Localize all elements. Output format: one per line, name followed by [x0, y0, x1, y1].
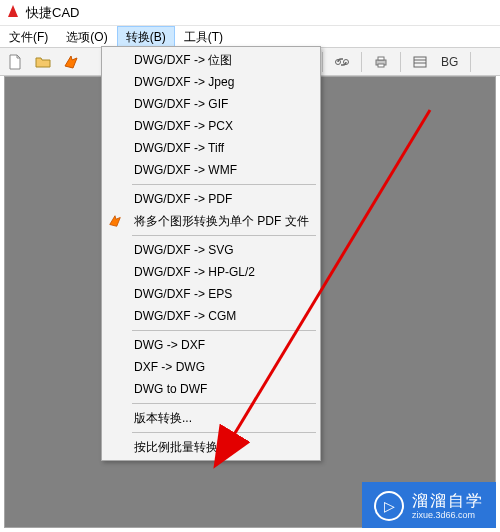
svg-rect-5 — [414, 57, 426, 67]
menu-convert[interactable]: 转换(B) — [117, 26, 175, 47]
menu-item-label: DWG/DXF -> SVG — [134, 243, 234, 257]
convert-icon[interactable] — [60, 51, 82, 73]
menu-item-label: DWG/DXF -> Tiff — [134, 141, 224, 155]
menu-dwg-to-eps[interactable]: DWG/DXF -> EPS — [104, 283, 318, 305]
menu-multi-to-single-pdf[interactable]: 将多个图形转换为单个 PDF 文件 — [104, 210, 318, 232]
play-icon: ▷ — [374, 491, 404, 521]
play-glyph: ▷ — [384, 498, 395, 514]
menu-item-label: DWG/DXF -> PDF — [134, 192, 232, 206]
dropdown-icon-column — [104, 49, 128, 458]
layers-icon[interactable] — [409, 51, 431, 73]
dropdown-separator — [132, 330, 316, 331]
menu-dwg-to-dwf[interactable]: DWG to DWF — [104, 378, 318, 400]
menu-dwg-to-wmf[interactable]: DWG/DXF -> WMF — [104, 159, 318, 181]
dropdown-separator — [132, 184, 316, 185]
menu-item-label: 按比例批量转换... — [134, 439, 228, 456]
watermark-badge: ▷ 溜溜自学 zixue.3d66.com — [362, 482, 496, 528]
watermark-main: 溜溜自学 — [412, 492, 484, 510]
toolbar-separator — [400, 52, 401, 72]
menu-item-label: DWG/DXF -> 位图 — [134, 52, 232, 69]
menu-version-convert[interactable]: 版本转换... — [104, 407, 318, 429]
title-bar: 快捷CAD — [0, 0, 500, 26]
menu-item-label: DWG/DXF -> EPS — [134, 287, 232, 301]
menu-dwg-to-gif[interactable]: DWG/DXF -> GIF — [104, 93, 318, 115]
svg-rect-3 — [378, 57, 384, 60]
menu-dwg-to-dxf[interactable]: DWG -> DXF — [104, 334, 318, 356]
menu-tools[interactable]: 工具(T) — [175, 26, 232, 47]
menu-dwg-to-cgm[interactable]: DWG/DXF -> CGM — [104, 305, 318, 327]
menu-dwg-to-pdf[interactable]: DWG/DXF -> PDF — [104, 188, 318, 210]
menu-bar: 文件(F) 选项(O) 转换(B) 工具(T) — [0, 26, 500, 48]
toolbar-separator — [361, 52, 362, 72]
menu-item-label: DWG/DXF -> HP-GL/2 — [134, 265, 255, 279]
dropdown-separator — [132, 403, 316, 404]
menu-item-label: DWG -> DXF — [134, 338, 205, 352]
menu-dwg-to-svg[interactable]: DWG/DXF -> SVG — [104, 239, 318, 261]
menu-item-label: 版本转换... — [134, 410, 192, 427]
toolbar-separator — [322, 52, 323, 72]
menu-item-label: 将多个图形转换为单个 PDF 文件 — [134, 213, 309, 230]
menu-dwg-to-hpgl2[interactable]: DWG/DXF -> HP-GL/2 — [104, 261, 318, 283]
svg-rect-4 — [378, 64, 384, 67]
menu-dwg-to-pcx[interactable]: DWG/DXF -> PCX — [104, 115, 318, 137]
menu-item-label: DWG/DXF -> Jpeg — [134, 75, 234, 89]
menu-item-label: DWG/DXF -> GIF — [134, 97, 228, 111]
menu-item-label: DWG/DXF -> WMF — [134, 163, 237, 177]
bg-button[interactable]: BG — [437, 55, 462, 69]
menu-item-label: DWG/DXF -> CGM — [134, 309, 236, 323]
new-file-icon[interactable] — [4, 51, 26, 73]
app-icon — [6, 4, 20, 21]
menu-item-label: DXF -> DWG — [134, 360, 205, 374]
menu-dxf-to-dwg[interactable]: DXF -> DWG — [104, 356, 318, 378]
menu-dwg-to-tiff[interactable]: DWG/DXF -> Tiff — [104, 137, 318, 159]
toolbar-separator — [470, 52, 471, 72]
watermark-sub: zixue.3d66.com — [412, 510, 484, 520]
convert-arrow-icon — [107, 213, 123, 229]
menu-options[interactable]: 选项(O) — [57, 26, 116, 47]
menu-item-label: DWG to DWF — [134, 382, 207, 396]
menu-item-label: DWG/DXF -> PCX — [134, 119, 233, 133]
menu-file[interactable]: 文件(F) — [0, 26, 57, 47]
convert-dropdown: DWG/DXF -> 位图 DWG/DXF -> Jpeg DWG/DXF ->… — [101, 46, 321, 461]
dropdown-separator — [132, 235, 316, 236]
menu-dwg-to-jpeg[interactable]: DWG/DXF -> Jpeg — [104, 71, 318, 93]
menu-scale-batch-convert[interactable]: 按比例批量转换... — [104, 436, 318, 458]
open-file-icon[interactable] — [32, 51, 54, 73]
dropdown-separator — [132, 432, 316, 433]
menu-dwg-to-bitmap[interactable]: DWG/DXF -> 位图 — [104, 49, 318, 71]
print-icon[interactable] — [370, 51, 392, 73]
app-title: 快捷CAD — [26, 4, 79, 22]
link-icon[interactable] — [331, 51, 353, 73]
